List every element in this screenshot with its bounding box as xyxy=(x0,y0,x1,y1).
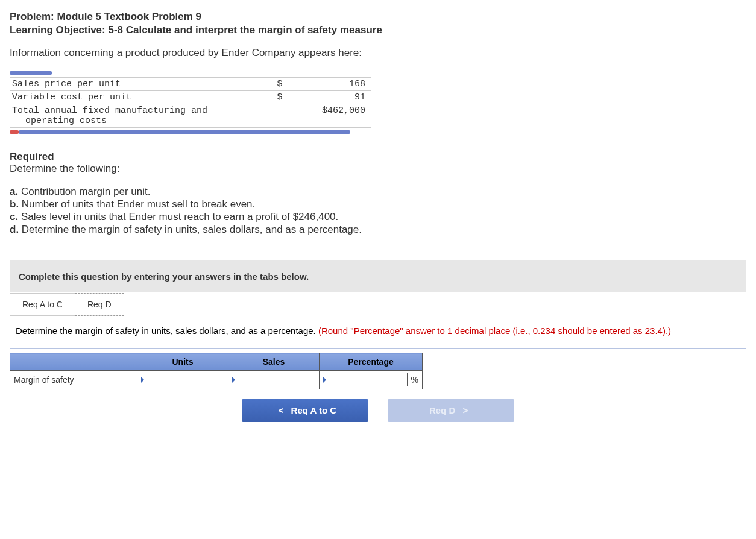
item-letter: a. xyxy=(10,186,18,197)
chevron-right-icon: > xyxy=(458,405,473,416)
table-row: Sales price per unit $ 168 xyxy=(10,78,371,91)
input-table: Units Sales Percentage Margin of safety xyxy=(10,353,423,389)
instruction-bar: Complete this question by entering your … xyxy=(10,260,746,292)
data-value: 168 xyxy=(291,78,371,91)
input-row: Margin of safety % xyxy=(10,371,423,389)
header-row: Units Sales Percentage xyxy=(10,353,423,371)
required-block: Required Determine the following: a. Con… xyxy=(10,151,746,236)
data-label-line1: Total annual fixed manufacturing and xyxy=(12,106,207,116)
percentage-cell[interactable]: % xyxy=(320,371,423,389)
units-cell[interactable] xyxy=(137,371,228,389)
data-label: Variable cost per unit xyxy=(10,91,275,104)
currency-symbol: $ xyxy=(275,78,292,91)
required-item: a. Contribution margin per unit. xyxy=(10,186,746,198)
tab-req-d[interactable]: Req D xyxy=(75,293,124,316)
cell-handle-icon xyxy=(323,377,326,383)
data-value: $462,000 xyxy=(291,104,371,128)
next-button[interactable]: Req D > xyxy=(388,399,514,422)
problem-title: Problem: Module 5 Textbook Problem 9 xyxy=(10,11,746,23)
required-subtitle: Determine the following: xyxy=(10,163,746,175)
data-table-container: Sales price per unit $ 168 Variable cost… xyxy=(10,70,746,135)
learning-objective: Learning Objective: 5-8 Calculate and in… xyxy=(10,24,746,36)
next-label: Req D xyxy=(429,405,455,415)
col-header-sales: Sales xyxy=(228,353,320,371)
table-row: Variable cost per unit $ 91 xyxy=(10,91,371,104)
currency-symbol: $ xyxy=(275,91,292,104)
answer-area: Complete this question by entering your … xyxy=(10,260,746,422)
cell-handle-icon xyxy=(232,377,235,383)
item-letter: d. xyxy=(10,224,19,235)
required-items: a. Contribution margin per unit. b. Numb… xyxy=(10,186,746,236)
prev-label: Req A to C xyxy=(291,405,337,415)
item-text: Sales level in units that Ender must rea… xyxy=(21,211,338,222)
table-row: Total annual fixed manufacturing and ope… xyxy=(10,104,371,128)
sales-input[interactable] xyxy=(236,373,315,386)
required-item: c. Sales level in units that Ender must … xyxy=(10,211,746,223)
sales-cell[interactable] xyxy=(228,371,320,389)
chevron-left-icon: < xyxy=(273,405,288,416)
cell-handle-icon xyxy=(141,377,144,383)
required-item: d. Determine the margin of safety in uni… xyxy=(10,224,746,236)
data-label: Total annual fixed manufacturing and ope… xyxy=(10,104,275,128)
item-letter: b. xyxy=(10,198,19,210)
tab-row: Req A to CReq D xyxy=(10,292,746,317)
tab-req-a-to-c[interactable]: Req A to C xyxy=(10,293,75,316)
currency-symbol xyxy=(275,104,292,128)
data-table: Sales price per unit $ 168 Variable cost… xyxy=(10,77,371,128)
scroll-indicator-bottom[interactable] xyxy=(10,129,371,135)
tab-instruction-red: (Round "Percentage" answer to 1 decimal … xyxy=(318,326,671,336)
data-label-line2: operating costs xyxy=(12,116,272,126)
item-letter: c. xyxy=(10,211,18,222)
percent-suffix: % xyxy=(407,373,422,386)
data-label: Sales price per unit xyxy=(10,78,275,91)
required-title: Required xyxy=(10,151,746,163)
col-header-percentage: Percentage xyxy=(320,353,423,371)
row-label: Margin of safety xyxy=(10,371,137,389)
percentage-input[interactable] xyxy=(327,373,405,386)
data-value: 91 xyxy=(291,91,371,104)
required-item: b. Number of units that Ender must sell … xyxy=(10,198,746,210)
intro-text: Information concerning a product produce… xyxy=(10,47,746,59)
col-header-units: Units xyxy=(137,353,228,371)
tab-content: Determine the margin of safety in units,… xyxy=(10,317,746,349)
item-text: Determine the margin of safety in units,… xyxy=(22,224,362,235)
units-input[interactable] xyxy=(145,373,224,386)
blank-header xyxy=(10,353,137,371)
prev-button[interactable]: < Req A to C xyxy=(242,399,368,422)
scroll-indicator-top[interactable] xyxy=(10,70,371,76)
item-text: Number of units that Ender must sell to … xyxy=(22,198,255,210)
nav-buttons: < Req A to C Req D > xyxy=(10,399,746,422)
item-text: Contribution margin per unit. xyxy=(21,186,151,197)
tab-instruction-black: Determine the margin of safety in units,… xyxy=(16,326,318,336)
